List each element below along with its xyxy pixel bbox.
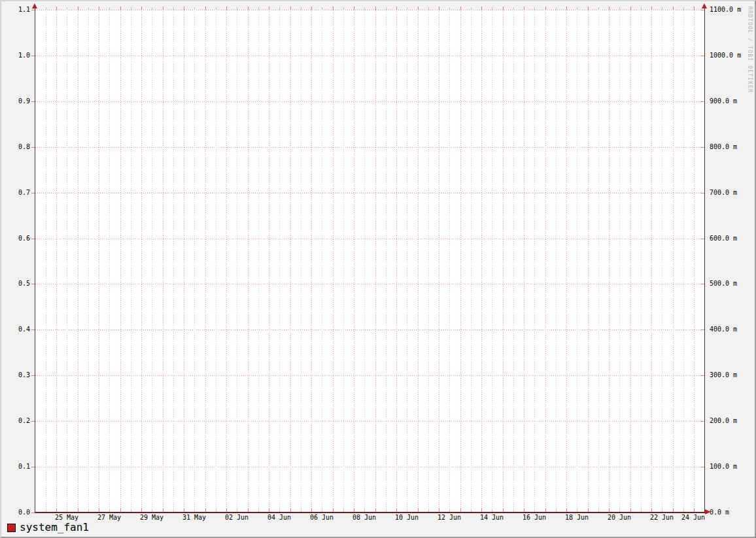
x-tick-minor-top xyxy=(513,7,514,10)
x-tick-minor-top xyxy=(279,7,280,10)
gridline-major-vertical xyxy=(78,10,78,513)
axis-arrow-right xyxy=(705,509,711,514)
gridline-major-horizontal xyxy=(35,147,704,148)
x-tick-minor-top xyxy=(322,7,322,10)
gridline-major-horizontal xyxy=(35,56,704,56)
gridline-minor-vertical xyxy=(577,10,577,513)
x-tick-major-top xyxy=(163,7,163,10)
y-axis-label-left: 1.1 xyxy=(1,7,30,13)
gridline-minor-vertical xyxy=(152,10,152,513)
x-axis-label: 04 Jun xyxy=(265,514,294,521)
gridline-minor-vertical xyxy=(322,10,322,513)
x-tick-major-top xyxy=(694,7,695,10)
x-tick-major-top xyxy=(588,7,589,10)
y-axis-label-right: 800.0 m xyxy=(710,144,737,150)
axis-arrow-up-right xyxy=(702,3,707,8)
gridline-minor-vertical xyxy=(301,10,301,513)
x-tick-minor-top xyxy=(131,7,131,10)
x-tick-minor-top xyxy=(641,7,642,10)
x-tick-major-top xyxy=(439,7,439,10)
gridline-minor-vertical xyxy=(386,10,387,513)
y-axis-label-left: 0.9 xyxy=(1,98,30,105)
x-tick-major-top xyxy=(78,7,78,10)
x-tick-minor-top xyxy=(619,7,620,10)
x-tick-major-top xyxy=(460,7,461,10)
y-axis-label-right: 400.0 m xyxy=(710,326,737,333)
gridline-major-vertical xyxy=(396,10,397,513)
gridline-minor-vertical xyxy=(279,10,280,513)
x-axis-label: 22 Jun xyxy=(647,514,676,521)
x-tick-major-top xyxy=(56,7,57,10)
x-tick-major-top xyxy=(120,7,121,10)
x-axis-label: 14 Jun xyxy=(477,514,506,521)
x-axis-label: 27 May xyxy=(95,514,124,521)
gridline-minor-vertical xyxy=(407,10,407,513)
x-tick-minor-top xyxy=(173,7,174,10)
x-tick-minor-top xyxy=(258,7,259,10)
x-tick-minor-top xyxy=(492,7,492,10)
x-tick-minor-top xyxy=(301,7,301,10)
gridline-major-vertical xyxy=(524,10,524,513)
x-axis-label: 29 May xyxy=(137,514,166,521)
x-tick-minor-top xyxy=(577,7,577,10)
y-axis-label-left: 0.3 xyxy=(1,372,30,378)
gridline-minor-vertical xyxy=(598,10,599,513)
gridline-minor-vertical xyxy=(343,10,344,513)
x-tick-major-top xyxy=(545,7,546,10)
x-axis-label: 10 Jun xyxy=(392,514,421,521)
gridline-minor-vertical xyxy=(258,10,259,513)
gridline-major-horizontal xyxy=(35,467,704,467)
x-tick-minor-top xyxy=(152,7,152,10)
gridline-minor-vertical xyxy=(173,10,174,513)
gridline-minor-vertical xyxy=(194,10,195,513)
gridline-minor-vertical xyxy=(109,10,110,513)
gridline-minor-vertical xyxy=(641,10,642,513)
gridline-major-vertical xyxy=(56,10,57,513)
y-axis-label-left: 0.2 xyxy=(1,418,30,424)
axis-arrow-up-left xyxy=(32,3,37,8)
gridline-minor-vertical xyxy=(471,10,472,513)
gridline-major-vertical xyxy=(418,10,419,513)
y-axis-label-left: 0.0 xyxy=(1,509,30,516)
gridline-major-vertical xyxy=(269,10,269,513)
x-tick-major-top xyxy=(205,7,206,10)
x-tick-minor-top xyxy=(67,7,67,10)
x-tick-major-top xyxy=(375,7,376,10)
y-axis-label-right: 600.0 m xyxy=(710,235,737,242)
gridline-minor-vertical xyxy=(513,10,514,513)
x-axis-label: 08 Jun xyxy=(350,514,379,521)
gridline-major-vertical xyxy=(460,10,461,513)
gridline-minor-vertical xyxy=(619,10,620,513)
x-tick-major-top xyxy=(184,7,184,10)
x-axis-label: 18 Jun xyxy=(562,514,591,521)
x-tick-major-top xyxy=(481,7,482,10)
y-axis-left xyxy=(35,5,35,513)
x-tick-major-top xyxy=(630,7,631,10)
gridline-major-vertical xyxy=(120,10,121,513)
gridline-major-vertical xyxy=(311,10,312,513)
x-axis-label: 20 Jun xyxy=(605,514,634,521)
x-tick-minor-top xyxy=(683,7,684,10)
x-tick-major-top xyxy=(141,7,142,10)
x-axis-label: 31 May xyxy=(180,514,209,521)
gridline-major-vertical xyxy=(481,10,482,513)
y-axis-label-right: 100.0 m xyxy=(710,463,737,470)
x-tick-minor-top xyxy=(237,7,237,10)
gridline-major-vertical xyxy=(184,10,184,513)
x-tick-major-top xyxy=(290,7,291,10)
x-tick-minor-top xyxy=(534,7,535,10)
y-axis-label-left: 0.1 xyxy=(1,463,30,470)
x-tick-minor-top xyxy=(428,7,429,10)
y-axis-label-right: 0.0 m xyxy=(710,509,729,516)
x-axis-baseline xyxy=(35,512,705,513)
x-tick-minor-top xyxy=(407,7,407,10)
gridline-minor-vertical xyxy=(237,10,237,513)
gridline-major-vertical xyxy=(439,10,439,513)
x-tick-minor-top xyxy=(662,7,662,10)
gridline-major-vertical xyxy=(290,10,291,513)
gridline-minor-vertical xyxy=(534,10,535,513)
x-axis-label: 25 May xyxy=(52,514,81,521)
gridline-major-vertical xyxy=(248,10,249,513)
gridline-major-vertical xyxy=(694,10,695,513)
x-tick-major-top xyxy=(609,7,610,10)
